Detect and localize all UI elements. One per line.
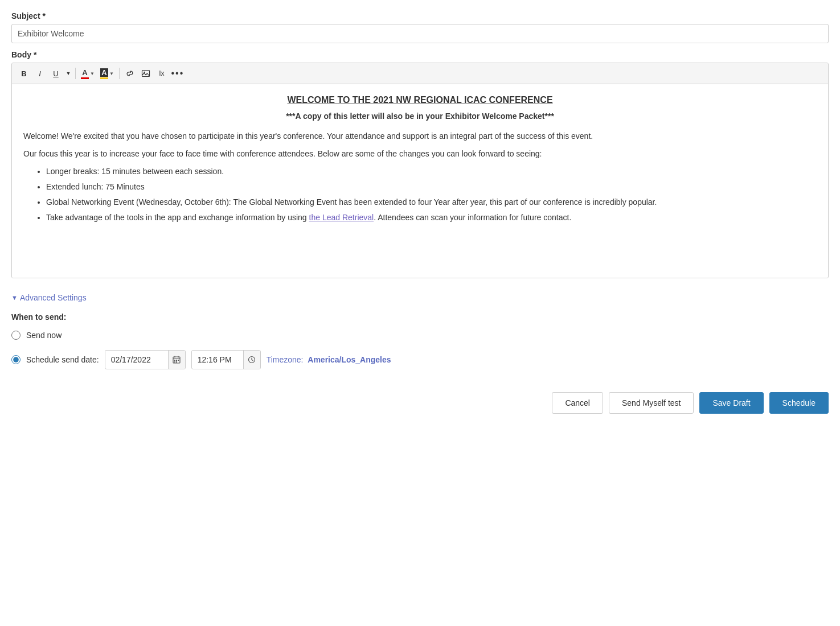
image-button[interactable] (138, 66, 153, 81)
subject-section: Subject * (11, 11, 829, 43)
toolbar-sep-2 (119, 68, 120, 79)
dropdown-arrow-button[interactable]: ▼ (64, 66, 72, 81)
email-subtitle: ***A copy of this letter will also be in… (23, 110, 817, 122)
italic-button[interactable]: I (32, 66, 47, 81)
underline-button[interactable]: U (48, 66, 63, 81)
highlight-icon: A (100, 68, 108, 79)
schedule-button[interactable]: Schedule (769, 392, 829, 414)
timezone-text: Timezone: America/Los_Angeles (267, 355, 391, 364)
send-now-label: Send now (26, 331, 62, 340)
svg-rect-5 (178, 360, 179, 361)
schedule-send-label: Schedule send date: (26, 355, 99, 364)
image-icon (141, 69, 150, 78)
body-label: Body * (11, 50, 829, 59)
date-input-wrap (105, 350, 186, 369)
font-color-bar (81, 77, 89, 79)
email-para1: Welcome! We're excited that you have cho… (23, 130, 817, 142)
clock-icon[interactable] (243, 351, 260, 369)
send-now-row: Send now (11, 331, 829, 340)
body-label-text: Body (11, 50, 31, 59)
list-item: Extended lunch: 75 Minutes (46, 181, 817, 193)
svg-rect-4 (176, 360, 177, 361)
list-item: Global Networking Event (Wednesday, Octo… (46, 196, 817, 208)
calendar-icon[interactable] (168, 351, 185, 369)
clear-format-button[interactable]: Ix (154, 66, 169, 81)
subject-required-star: * (42, 11, 45, 20)
when-to-send-section: When to send: Send now Schedule send dat… (11, 312, 829, 369)
link-button[interactable] (122, 66, 137, 81)
send-now-radio[interactable] (11, 331, 21, 340)
svg-rect-0 (142, 71, 149, 77)
schedule-radio[interactable] (11, 355, 21, 364)
highlight-chevron: ▼ (109, 71, 114, 76)
subject-label-text: Subject (11, 11, 40, 20)
editor-toolbar: B I U ▼ A ▼ A ▼ (12, 63, 828, 84)
date-input[interactable] (105, 351, 168, 368)
lead-retrieval-link[interactable]: the Lead Retrieval (309, 213, 374, 222)
font-color-letter: A (82, 68, 87, 77)
schedule-row: Schedule send date: (11, 350, 829, 369)
bold-button[interactable]: B (17, 66, 31, 81)
cancel-button[interactable]: Cancel (552, 392, 603, 414)
svg-point-1 (144, 72, 145, 73)
bottom-actions: Cancel Send Myself test Save Draft Sched… (11, 386, 829, 414)
font-color-icon: A (81, 68, 89, 79)
body-required-star: * (34, 50, 36, 59)
body-section: Body * B I U ▼ A ▼ A (11, 50, 829, 278)
email-para2: Our focus this year is to increase your … (23, 148, 817, 160)
highlight-letter: A (100, 68, 108, 77)
highlight-bar (100, 77, 108, 79)
font-color-dropdown[interactable]: A ▼ (79, 67, 97, 80)
timezone-value: America/Los_Angeles (308, 355, 391, 364)
list-item: Take advantage of the tools in the app a… (46, 212, 817, 224)
send-myself-test-button[interactable]: Send Myself test (609, 392, 694, 414)
more-options-button[interactable]: ••• (170, 66, 185, 81)
timezone-prefix: Timezone: (267, 355, 304, 364)
svg-rect-3 (174, 360, 175, 361)
time-input[interactable] (192, 351, 243, 368)
time-input-wrap (191, 350, 261, 369)
link-icon (125, 69, 134, 78)
email-title: WELCOME TO THE 2021 NW REGIONAL ICAC CON… (23, 93, 817, 107)
font-color-chevron: ▼ (90, 71, 95, 76)
advanced-settings-toggle[interactable]: ▼ Advanced Settings (11, 293, 87, 302)
subject-input[interactable] (11, 24, 829, 43)
when-to-send-label: When to send: (11, 312, 829, 322)
subject-label: Subject * (11, 11, 829, 20)
body-editor: B I U ▼ A ▼ A ▼ (11, 63, 829, 278)
save-draft-button[interactable]: Save Draft (699, 392, 763, 414)
advanced-settings-arrow: ▼ (11, 294, 18, 301)
toolbar-sep-1 (75, 68, 76, 79)
svg-rect-6 (174, 361, 175, 363)
advanced-settings-label: Advanced Settings (20, 293, 87, 302)
highlight-dropdown[interactable]: A ▼ (98, 67, 116, 80)
email-list: Longer breaks: 15 minutes between each s… (46, 166, 817, 224)
editor-body[interactable]: WELCOME TO THE 2021 NW REGIONAL ICAC CON… (12, 84, 828, 278)
svg-rect-7 (176, 361, 177, 363)
list-item: Longer breaks: 15 minutes between each s… (46, 166, 817, 178)
